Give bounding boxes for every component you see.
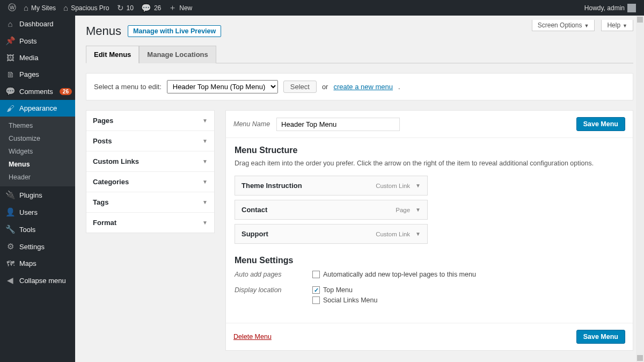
chevron-down-icon[interactable]: ▼ <box>415 231 421 237</box>
select-menu-row: Select a menu to edit: Header Top Menu (… <box>86 73 633 100</box>
count-badge: 26 <box>60 88 72 95</box>
chevron-down-icon: ▼ <box>202 118 208 124</box>
chevron-down-icon: ▼ <box>623 23 627 28</box>
checkbox-icon[interactable] <box>312 286 320 294</box>
sidebar-item-label: Posts <box>19 37 37 45</box>
save-menu-button[interactable]: Save Menu <box>576 117 625 131</box>
menu-settings-heading: Menu Settings <box>235 256 624 265</box>
location-option-top-menu[interactable]: Top Menu <box>312 286 377 294</box>
menu-item-row[interactable]: Theme InstructionCustom Link▼ <box>235 176 428 196</box>
menu-icon: 📌 <box>5 36 15 46</box>
chevron-down-icon[interactable]: ▼ <box>415 183 421 189</box>
sidebar-item-dashboard[interactable]: ⌂Dashboard <box>0 16 75 32</box>
accordion-format[interactable]: Format▼ <box>86 213 214 233</box>
sidebar-item-comments[interactable]: 💬Comments26 <box>0 83 75 100</box>
menu-item-title: Support <box>241 230 376 238</box>
location-name: Top Menu <box>323 286 353 294</box>
menu-name-label: Menu Name <box>233 120 270 128</box>
my-sites-link[interactable]: ⌂My Sites <box>20 0 60 16</box>
updates-count: 10 <box>127 4 134 12</box>
sidebar-item-label: Users <box>19 208 38 216</box>
sidebar-item-tools[interactable]: 🔧Tools <box>0 221 75 238</box>
menu-name-input[interactable] <box>276 118 400 131</box>
sidebar-item-plugins[interactable]: 🔌Plugins <box>0 186 75 204</box>
menu-icon: 🗎 <box>5 70 15 79</box>
sidebar-item-label: Comments <box>19 88 53 96</box>
save-menu-button-bottom[interactable]: Save Menu <box>576 330 625 344</box>
sidebar-item-label: Media <box>19 54 38 62</box>
chevron-down-icon: ▼ <box>202 138 208 144</box>
site-name-link[interactable]: ⌂Spacious Pro <box>60 0 113 16</box>
howdy-link[interactable]: Howdy, admin <box>581 0 640 16</box>
sidebar-item-media[interactable]: 🖼Media <box>0 49 75 66</box>
screen-options-label: Screen Options <box>538 21 582 29</box>
updates-link[interactable]: ↻10 <box>113 0 137 16</box>
scroll-down-icon[interactable] <box>637 355 643 361</box>
display-location-label: Display location <box>235 286 312 294</box>
building-icon: ⌂ <box>24 3 28 12</box>
menu-icon: 💬 <box>5 86 15 96</box>
admin-sidebar: ⌂Dashboard📌Posts🖼Media🗎Pages💬Comments26🖌… <box>0 16 75 362</box>
sidebar-item-label: Dashboard <box>19 20 54 28</box>
menu-select[interactable]: Header Top Menu (Top Menu) <box>167 80 278 93</box>
accordion-categories[interactable]: Categories▼ <box>86 172 214 192</box>
sidebar-item-collapse-menu[interactable]: ◀Collapse menu <box>0 272 75 289</box>
accordion-custom-links[interactable]: Custom Links▼ <box>86 151 214 172</box>
delete-menu-link[interactable]: Delete Menu <box>233 333 272 341</box>
accordion-pages[interactable]: Pages▼ <box>86 111 214 131</box>
sidebar-sub-customize[interactable]: Customize <box>0 132 75 145</box>
screen-options-toggle[interactable]: Screen Options▼ <box>532 20 595 31</box>
scroll-up-icon[interactable] <box>637 17 643 23</box>
create-new-menu-link[interactable]: create a new menu <box>333 83 393 91</box>
menu-structure-desc: Drag each item into the order you prefer… <box>235 160 624 167</box>
wp-logo[interactable]: ⓦ <box>4 0 20 16</box>
sidebar-item-pages[interactable]: 🗎Pages <box>0 66 75 83</box>
menu-icon: 🖼 <box>5 53 15 62</box>
help-toggle[interactable]: Help▼ <box>601 20 633 31</box>
chevron-down-icon: ▼ <box>584 23 589 28</box>
comments-count: 26 <box>154 4 161 12</box>
location-option-social-links-menu[interactable]: Social Links Menu <box>312 296 377 304</box>
nav-tabs: Edit MenusManage Locations <box>86 46 633 63</box>
checkbox-icon[interactable] <box>312 271 320 278</box>
sidebar-sub-menus[interactable]: Menus <box>0 158 75 171</box>
sidebar-item-appearance[interactable]: 🖌Appearance <box>0 100 75 117</box>
period: . <box>398 83 400 91</box>
checkbox-icon[interactable] <box>312 296 320 304</box>
site-name-label: Spacious Pro <box>71 4 109 12</box>
sidebar-item-label: Settings <box>19 243 45 251</box>
sidebar-item-settings[interactable]: ⚙Settings <box>0 238 75 255</box>
sidebar-sub-header[interactable]: Header <box>0 171 75 184</box>
sidebar-item-maps[interactable]: 🗺Maps <box>0 255 75 272</box>
menu-icon: 🔌 <box>5 190 15 200</box>
tab-edit-menus[interactable]: Edit Menus <box>86 46 139 63</box>
new-link[interactable]: ＋New <box>165 0 196 16</box>
sidebar-sub-widgets[interactable]: Widgets <box>0 145 75 158</box>
tab-manage-locations[interactable]: Manage Locations <box>139 46 216 63</box>
comment-icon: 💬 <box>141 3 151 13</box>
comments-link[interactable]: 💬26 <box>137 0 165 16</box>
menu-item-row[interactable]: SupportCustom Link▼ <box>235 224 428 244</box>
sidebar-sub-themes[interactable]: Themes <box>0 119 75 132</box>
howdy-label: Howdy, admin <box>584 4 625 12</box>
menu-icon: 👤 <box>5 207 15 217</box>
select-button[interactable]: Select <box>283 81 317 93</box>
admin-bar: ⓦ ⌂My Sites ⌂Spacious Pro ↻10 💬26 ＋New H… <box>0 0 644 16</box>
chevron-down-icon[interactable]: ▼ <box>415 207 421 213</box>
auto-add-pages-label: Auto add pages <box>235 271 312 278</box>
vertical-scrollbar[interactable] <box>636 16 644 362</box>
manage-live-preview-button[interactable]: Manage with Live Preview <box>128 25 221 37</box>
sidebar-item-label: Collapse menu <box>19 277 66 285</box>
menu-item-row[interactable]: ContactPage▼ <box>235 200 428 220</box>
auto-add-pages-option[interactable]: Automatically add new top-level pages to… <box>312 271 476 278</box>
sidebar-item-users[interactable]: 👤Users <box>0 204 75 221</box>
accordion-tags[interactable]: Tags▼ <box>86 192 214 213</box>
sidebar-item-label: Pages <box>19 70 39 78</box>
sidebar-item-posts[interactable]: 📌Posts <box>0 32 75 49</box>
chevron-down-icon: ▼ <box>202 158 208 164</box>
accordion-posts[interactable]: Posts▼ <box>86 131 214 151</box>
my-sites-label: My Sites <box>31 4 56 12</box>
menu-icon: 🔧 <box>5 225 15 234</box>
sidebar-item-label: Appearance <box>19 104 57 112</box>
menu-icon: ⌂ <box>5 19 15 28</box>
